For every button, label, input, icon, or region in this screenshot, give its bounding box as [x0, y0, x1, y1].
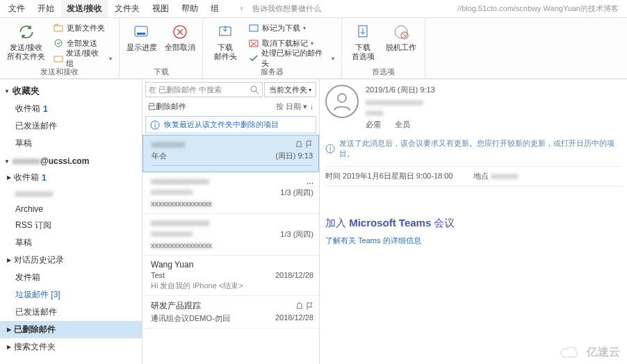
- svg-text:i: i: [154, 122, 156, 129]
- tell-me-search[interactable]: ♀ 告诉我你想要做什么: [233, 1, 332, 17]
- chevron-right-icon: ▶: [7, 174, 11, 181]
- workspace: ▼收藏夹 收件箱1 已发送邮件 草稿 ▼xxxxxx@ucssi.com ▶收件…: [0, 79, 627, 364]
- chevron-right-icon: ▶: [7, 257, 11, 263]
- menu-view[interactable]: 视图: [147, 0, 174, 17]
- process-marked-button[interactable]: 处理已标记的邮件头 ▾: [247, 51, 336, 65]
- menu-bar: 文件 开始 发送/接收 文件夹 视图 帮助 组 ♀ 告诉我你想要做什么 //bl…: [0, 0, 627, 18]
- required-value: 全员: [395, 119, 410, 130]
- account-header[interactable]: ▼xxxxxx@ucssi.com: [0, 152, 142, 169]
- teams-join-link[interactable]: 加入 Microsoft Teams 会议: [325, 217, 621, 230]
- folder-blur[interactable]: xxxxxxxxx: [0, 186, 142, 201]
- menu-home[interactable]: 开始: [32, 0, 60, 17]
- favorites-header[interactable]: ▼收藏夹: [0, 82, 142, 100]
- required-label: 必需: [366, 119, 381, 130]
- mark-download-button[interactable]: 标记为下载 ▾: [247, 21, 336, 35]
- ribbon-label-server: 服务器: [209, 65, 336, 77]
- meeting-details-row: 时间 2019年1月6日星期日 9:00-18:00 地点 xxxxxxx: [325, 166, 621, 186]
- message-from: 研发产品跟踪: [151, 300, 201, 312]
- process-icon: [248, 53, 259, 64]
- info-bar: i 发送了此消息后，该会议要求又有更新。您应打开较新的更新，或打开日历中的项目。: [325, 138, 621, 159]
- flag-icon: [306, 140, 313, 149]
- sort-by-dropdown[interactable]: 按 日期 ▾ ↓: [276, 101, 314, 112]
- work-offline-button[interactable]: 脱机工作: [382, 21, 419, 52]
- cancel-all-button[interactable]: 全部取消: [163, 21, 197, 52]
- ribbon-group-download: 显示进度 全部取消 下载: [120, 18, 203, 78]
- ribbon-group-server: 下载 邮件头 标记为下载 ▾ 取消下载标记 ▾ 处理已标记的邮件头 ▾ 服务器: [203, 18, 342, 78]
- progress-icon: [132, 22, 152, 42]
- info-icon: i: [325, 144, 335, 154]
- reading-subject: xxxxx: [366, 109, 435, 117]
- folder-inbox[interactable]: ▶收件箱1: [0, 169, 142, 186]
- message-item[interactable]: xxxxxxxxxxxxxx... xxxxxxxxxxx1/3 (周四) xx…: [142, 172, 319, 214]
- download-headers-button[interactable]: 下载 邮件头: [209, 21, 243, 61]
- download-prefs-button[interactable]: 下载 首选项: [348, 21, 378, 61]
- chevron-down-icon: ▼: [4, 158, 10, 165]
- svg-rect-4: [137, 33, 145, 35]
- reading-pane: 2019/1/6 (周日) 9:13 xxxxxxxxxxxxxxx xxxxx…: [320, 79, 627, 364]
- svg-point-15: [338, 94, 346, 102]
- message-from: xxxxxxxx: [152, 140, 295, 149]
- fav-drafts[interactable]: 草稿: [0, 135, 142, 152]
- prefs-icon: [353, 22, 373, 42]
- menu-group[interactable]: 组: [205, 0, 225, 17]
- menu-file[interactable]: 文件: [3, 0, 31, 17]
- mark-download-icon: [248, 22, 259, 33]
- ribbon-label-prefs: 首选项: [348, 65, 419, 77]
- folder-nav-pane: ▼收藏夹 收件箱1 已发送邮件 草稿 ▼xxxxxx@ucssi.com ▶收件…: [0, 79, 142, 364]
- search-scope-dropdown[interactable]: 当前文件夹▾: [264, 82, 316, 97]
- fav-sent[interactable]: 已发送邮件: [0, 117, 142, 135]
- sync-icon: [17, 22, 36, 42]
- message-subject: Test: [151, 271, 165, 279]
- teams-learn-more-link[interactable]: 了解有关 Teams 的详细信息: [325, 235, 621, 246]
- message-item[interactable]: 研发产品跟踪 通讯组会议DEMO-勿回2018/12/28: [142, 296, 319, 329]
- ribbon-group-prefs: 下载 首选项 脱机工作 首选项: [342, 18, 425, 78]
- folder-search[interactable]: ▶搜索文件夹: [0, 338, 142, 356]
- watermark: 亿速云: [559, 345, 620, 360]
- ribbon: 发送/接收 所有文件夹 更新文件夹 全部发送 发送/接收组 ▾ 发送和接收: [0, 18, 627, 79]
- svg-rect-2: [54, 56, 63, 62]
- chevron-right-icon: ▶: [7, 326, 11, 333]
- message-item[interactable]: xxxxxxxx 年会(周日) 9:13: [142, 135, 319, 172]
- recover-deleted-link[interactable]: i 恢复最近从该文件夹中删除的项目: [145, 116, 316, 133]
- menu-send-receive[interactable]: 发送/接收: [61, 0, 108, 17]
- folder-rss[interactable]: RSS 订阅: [0, 217, 142, 234]
- meeting-location: xxxxxxx: [491, 172, 519, 180]
- message-preview: Hi 发自我的 iPhone <结束>: [151, 281, 314, 291]
- show-progress-button[interactable]: 显示进度: [125, 21, 159, 52]
- ribbon-group-send-receive: 发送/接收 所有文件夹 更新文件夹 全部发送 发送/接收组 ▾ 发送和接收: [0, 18, 120, 78]
- menu-folder[interactable]: 文件夹: [109, 0, 145, 17]
- message-subject: 年会: [152, 151, 167, 161]
- folder-drafts[interactable]: 草稿: [0, 234, 142, 251]
- sender-avatar: [325, 85, 359, 118]
- send-receive-all-button[interactable]: 发送/接收 所有文件夹: [6, 21, 47, 61]
- svg-rect-7: [250, 25, 258, 31]
- flag-icon: [307, 302, 314, 311]
- send-receive-groups-button[interactable]: 发送/接收组 ▾: [51, 51, 113, 65]
- bell-icon: [295, 302, 304, 311]
- message-list-pane: 在 已删除邮件 中搜索 当前文件夹▾ 已删除邮件 按 日期 ▾ ↓ i 恢复最近…: [142, 79, 320, 364]
- offline-icon: [391, 22, 411, 42]
- folder-archive[interactable]: Archive: [0, 201, 142, 217]
- svg-text:i: i: [329, 145, 331, 153]
- fav-inbox[interactable]: 收件箱1: [0, 100, 142, 117]
- download-header-icon: [215, 22, 235, 42]
- person-icon: [332, 91, 352, 112]
- message-item[interactable]: Wang Yuan Test2018/12/28 Hi 发自我的 iPhone …: [142, 256, 319, 296]
- folder-conv-history[interactable]: ▶对话历史记录: [0, 251, 142, 269]
- chevron-right-icon: ▶: [7, 344, 11, 350]
- folder-sent[interactable]: 已发送邮件: [0, 304, 142, 321]
- folder-deleted[interactable]: ▶已删除邮件: [0, 321, 142, 338]
- folder-refresh-icon: [53, 22, 64, 33]
- message-subject: 通讯组会议DEMO-勿回: [151, 313, 230, 324]
- send-all-icon: [53, 38, 64, 49]
- folder-junk[interactable]: 垃圾邮件 [3]: [0, 286, 142, 304]
- reading-date: 2019/1/6 (周日) 9:13: [366, 85, 435, 95]
- svg-rect-0: [54, 26, 63, 31]
- message-item[interactable]: xxxxxxxxxxxxxx xxxxxxxxxxx1/3 (周四) xxxxx…: [142, 214, 319, 256]
- menu-help[interactable]: 帮助: [176, 0, 204, 17]
- folder-group-icon: [53, 53, 64, 64]
- update-folder-button[interactable]: 更新文件夹: [51, 21, 113, 35]
- folder-outbox[interactable]: 发件箱: [0, 269, 142, 286]
- search-input[interactable]: 在 已删除邮件 中搜索: [145, 82, 263, 97]
- ribbon-label-send-receive: 发送和接收: [6, 65, 113, 77]
